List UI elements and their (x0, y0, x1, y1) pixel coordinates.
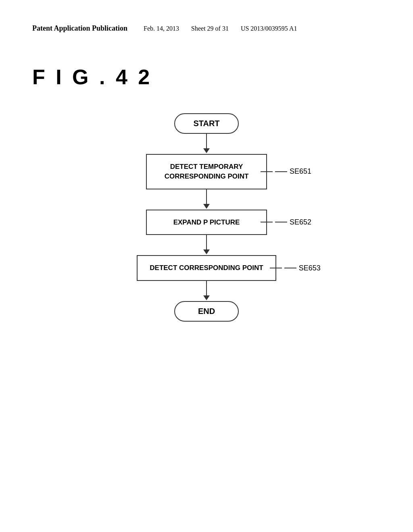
start-node: START (174, 113, 239, 134)
page: Patent Application Publication Feb. 14, … (0, 0, 413, 532)
step-se652-box: EXPAND P PICTURE (146, 210, 267, 235)
page-header: Patent Application Publication Feb. 14, … (32, 24, 381, 33)
publication-date: Feb. 14, 2013 (144, 25, 179, 32)
arrow-2 (203, 189, 210, 210)
step-se653-connector (284, 268, 296, 268)
step-se653-box: DETECT CORRESPONDING POINT (137, 255, 276, 281)
publication-title: Patent Application Publication (32, 24, 127, 33)
header-meta: Feb. 14, 2013 Sheet 29 of 31 US 2013/003… (144, 25, 297, 32)
step-se652-text: SE652 (290, 218, 311, 227)
flowchart: START DETECT TEMPORARYCORRESPONDING POIN… (32, 113, 381, 322)
end-node: END (174, 301, 239, 322)
end-box: END (174, 301, 239, 322)
step-se653-node: DETECT CORRESPONDING POINT SE653 (137, 255, 276, 281)
step-se652-node: EXPAND P PICTURE SE652 (146, 210, 267, 235)
step-se651-box: DETECT TEMPORARYCORRESPONDING POINT (146, 154, 267, 189)
step-se651-node: DETECT TEMPORARYCORRESPONDING POINT SE65… (146, 154, 267, 189)
step-se651-text: SE651 (290, 167, 311, 176)
sheet-info: Sheet 29 of 31 (191, 25, 229, 32)
arrow-4 (203, 281, 210, 301)
step-se653-text: SE653 (299, 264, 321, 272)
step-se652-connector (275, 222, 287, 222)
step-se651-connector (275, 171, 287, 172)
figure-label: F I G . 4 2 (32, 65, 381, 89)
patent-number: US 2013/0039595 A1 (241, 25, 297, 32)
arrow-1 (203, 134, 210, 154)
step-se651-label: SE651 (261, 167, 311, 176)
arrow-3 (203, 235, 210, 255)
step-se652-label: SE652 (261, 218, 311, 227)
start-box: START (174, 113, 239, 134)
step-se653-label: SE653 (270, 264, 321, 272)
